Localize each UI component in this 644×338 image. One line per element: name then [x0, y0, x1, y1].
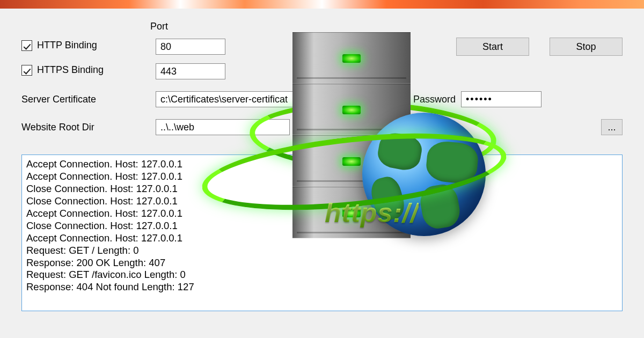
checkbox-icon — [21, 65, 32, 76]
checkbox-icon — [21, 40, 32, 51]
stop-button[interactable]: Stop — [550, 38, 623, 56]
log-line: Request: GET /favicon.ico Length: 0 — [26, 269, 618, 281]
window-titlebar — [0, 0, 644, 9]
https-binding-label: HTTPS Binding — [37, 64, 104, 76]
password-label: Password — [413, 94, 456, 105]
password-input[interactable] — [461, 91, 541, 107]
server-certificate-label: Server Certificate — [21, 94, 96, 105]
log-line: Response: 404 Not found Length: 127 — [26, 281, 618, 293]
log-line: Accept Connection. Host: 127.0.0.1 — [26, 208, 618, 220]
log-line: Accept Connection. Host: 127.0.0.1 — [26, 232, 618, 245]
server-certificate-input[interactable] — [156, 91, 333, 107]
log-line: Response: 200 OK Length: 407 — [26, 257, 618, 269]
port-column-label: Port — [150, 21, 168, 32]
https-port-input[interactable] — [156, 63, 225, 79]
http-binding-checkbox[interactable]: HTTP Binding — [21, 40, 97, 51]
website-root-dir-label: Website Root Dir — [21, 122, 94, 133]
log-line: Close Connection. Host: 127.0.0.1 — [26, 195, 618, 208]
website-root-dir-input[interactable] — [156, 119, 290, 135]
https-binding-checkbox[interactable]: HTTPS Binding — [21, 64, 104, 76]
server-config-form: Port HTTP Binding Start Stop HTTPS Bindi… — [0, 9, 644, 150]
log-line: Request: GET / Length: 0 — [26, 245, 618, 257]
http-port-input[interactable] — [156, 39, 225, 55]
log-line: Accept Connection. Host: 127.0.0.1 — [26, 158, 618, 171]
server-log-output[interactable]: Accept Connection. Host: 127.0.0.1Accept… — [21, 155, 623, 311]
browse-root-dir-button[interactable]: ... — [601, 119, 623, 135]
log-line: Close Connection. Host: 127.0.0.1 — [26, 183, 618, 195]
log-line: Close Connection. Host: 127.0.0.1 — [26, 220, 618, 232]
http-binding-label: HTTP Binding — [37, 40, 97, 51]
start-button[interactable]: Start — [456, 38, 529, 56]
log-line: Accept Connection. Host: 127.0.0.1 — [26, 171, 618, 183]
